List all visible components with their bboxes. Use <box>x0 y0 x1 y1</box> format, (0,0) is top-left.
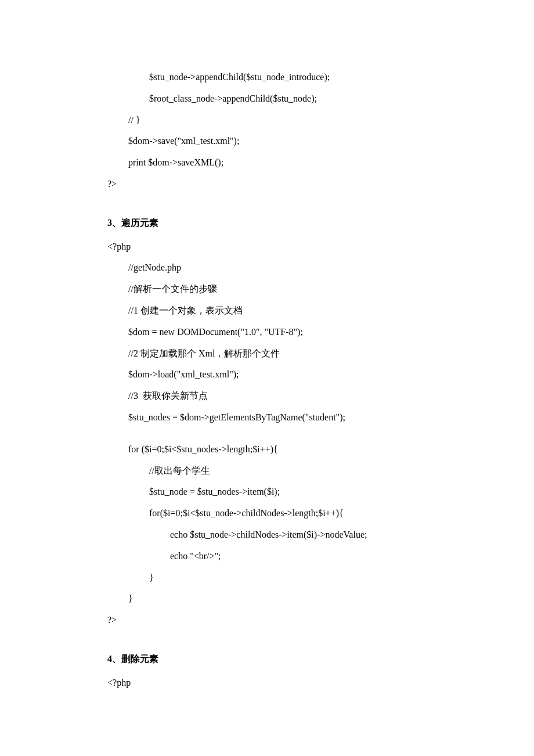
code-line: // } <box>107 110 470 131</box>
code-line: //解析一个文件的步骤 <box>107 279 470 300</box>
code-line: $stu_node = $stu_nodes->item($i); <box>107 481 470 503</box>
code-line: //3 获取你关新节点 <box>107 386 470 407</box>
code-line: $root_class_node->appendChild($stu_node)… <box>107 88 470 110</box>
code-line: ?> <box>107 610 470 631</box>
code-line: <?php <box>107 672 470 694</box>
code-line: } <box>107 588 470 610</box>
code-line: //取出每个学生 <box>107 460 470 482</box>
code-line: } <box>107 567 470 589</box>
blank-line <box>107 429 470 439</box>
code-line: //getNode.php <box>107 257 470 279</box>
code-line: $stu_nodes = $dom->getElementsByTagName(… <box>107 407 470 429</box>
section-heading-delete: 4、删除元素 <box>107 649 470 670</box>
code-line: echo $stu_node->childNodes->item($i)->no… <box>107 524 470 546</box>
code-line: //2 制定加载那个 Xml，解析那个文件 <box>107 343 470 365</box>
document-page: $stu_node->appendChild($stu_node_introdu… <box>0 0 534 746</box>
section-heading-traverse: 3、遍历元素 <box>107 213 470 234</box>
code-line: $dom = new DOMDocument("1.0", "UTF-8"); <box>107 322 470 343</box>
code-line: <?php <box>107 236 470 258</box>
code-line: for ($i=0;$i<$stu_nodes->length;$i++){ <box>107 439 470 460</box>
code-line: $dom->save("xml_test.xml"); <box>107 131 470 152</box>
code-line: //1 创建一个对象，表示文档 <box>107 300 470 322</box>
code-line: ?> <box>107 174 470 195</box>
code-line: print $dom->saveXML(); <box>107 152 470 174</box>
code-line: $stu_node->appendChild($stu_node_introdu… <box>107 67 470 88</box>
code-line: echo "<br/>"; <box>107 546 470 567</box>
code-line: for($i=0;$i<$stu_node->childNodes->lengt… <box>107 503 470 524</box>
code-line: $dom->load("xml_test.xml"); <box>107 364 470 386</box>
